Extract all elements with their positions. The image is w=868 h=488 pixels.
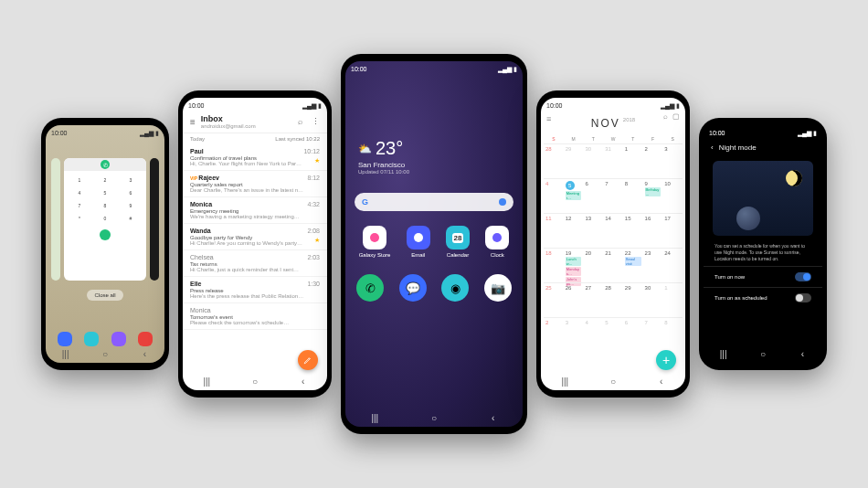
calendar-cell[interactable]: 10 <box>662 178 683 213</box>
more-icon[interactable]: ⋮ <box>312 117 320 126</box>
calendar-cell[interactable]: 19Lunch w…Monday a…John's pa… <box>564 248 584 282</box>
dock-camera[interactable]: 📷 <box>484 274 512 302</box>
search-icon[interactable]: ⌕ <box>298 117 302 126</box>
calendar-cell[interactable]: 27 <box>583 282 603 317</box>
nav-home[interactable]: ○ <box>249 377 261 387</box>
today-icon[interactable]: ▢ <box>672 112 680 121</box>
calendar-cell[interactable]: 21 <box>603 248 623 282</box>
calendar-cell[interactable]: 20 <box>583 248 603 282</box>
recent-card-right[interactable] <box>150 158 159 281</box>
app-calendar[interactable]: 28Calendar <box>446 226 470 258</box>
calendar-cell[interactable]: 11 <box>544 213 564 248</box>
event-chip[interactable]: Seoul visit <box>625 257 641 266</box>
calendar-cell[interactable]: 9Birthday … <box>643 178 663 213</box>
mail-item[interactable]: Chelsea2:03Tax returnsHi Charlie, just a… <box>183 250 327 277</box>
nav-back[interactable]: ‹ <box>297 377 310 387</box>
key-6[interactable]: 6 <box>119 187 143 198</box>
key-0[interactable]: 0 <box>93 213 117 224</box>
calendar-cell[interactable]: 4 <box>544 178 564 213</box>
dock-app[interactable] <box>111 332 126 346</box>
calendar-cell[interactable]: 2 <box>544 317 564 352</box>
mail-item[interactable]: Wanda2:08Goodbye party for WendyHi Charl… <box>183 224 327 250</box>
calendar-cell[interactable]: 4 <box>583 317 603 352</box>
nav-home[interactable]: ○ <box>99 349 111 359</box>
nav-recents[interactable]: ||| <box>717 349 730 359</box>
calendar-cell[interactable]: 7 <box>603 178 623 213</box>
dial-button[interactable] <box>100 229 111 240</box>
calendar-cell[interactable]: 7 <box>643 317 663 352</box>
dock-app[interactable] <box>138 332 153 346</box>
dock-browser[interactable]: ◉ <box>441 274 469 302</box>
nav-bar[interactable]: |||○‹ <box>183 375 327 387</box>
event-chip[interactable]: Lunch w… <box>566 257 582 266</box>
nav-recents[interactable]: ||| <box>368 413 381 423</box>
key-8[interactable]: 8 <box>93 200 117 211</box>
nav-bar[interactable]: |||○‹ <box>46 347 164 360</box>
key-7[interactable]: 7 <box>68 200 91 211</box>
calendar-grid[interactable]: 2829303112345Meeting r…6789Birthday …101… <box>541 143 685 352</box>
calendar-cell[interactable]: 16 <box>643 213 663 248</box>
calendar-cell[interactable]: 23 <box>643 248 663 282</box>
key-#[interactable]: # <box>119 213 143 224</box>
calendar-cell[interactable]: 29 <box>564 143 584 178</box>
back-icon[interactable]: ‹ <box>711 143 714 152</box>
calendar-cell[interactable]: 14 <box>603 213 623 248</box>
calendar-cell[interactable]: 29 <box>623 282 643 317</box>
calendar-cell[interactable]: 5Meeting r… <box>564 178 584 213</box>
mail-item[interactable]: Elle1:30Press releaseHere's the press re… <box>183 277 327 303</box>
compose-button[interactable] <box>298 350 318 370</box>
key-3[interactable]: 3 <box>119 175 143 186</box>
calendar-cell[interactable]: 1 <box>662 282 683 317</box>
calendar-cell[interactable]: 13 <box>583 213 603 248</box>
screen[interactable]: 10:00 ▂▄▆ ▮ ⛅ 23° San Francisco Updated … <box>345 61 523 427</box>
recent-card-left[interactable] <box>51 158 60 281</box>
close-all-button[interactable]: Close all <box>87 290 122 301</box>
recent-apps[interactable]: ✆ 123456789*0# <box>46 138 164 284</box>
calendar-cell[interactable]: 18 <box>544 248 564 282</box>
app-clock[interactable]: Clock <box>485 226 509 258</box>
nav-bar[interactable]: |||○‹ <box>541 375 685 387</box>
key-*[interactable]: * <box>68 213 91 224</box>
calendar-cell[interactable]: 12 <box>564 213 584 248</box>
nav-home[interactable]: ○ <box>428 413 440 423</box>
nav-back[interactable]: ‹ <box>796 349 809 359</box>
dock-messages[interactable]: 💬 <box>399 274 427 302</box>
calendar-cell[interactable]: 8 <box>662 317 683 352</box>
calendar-cell[interactable]: 1 <box>623 143 643 178</box>
dock-app[interactable] <box>84 332 99 346</box>
calendar-cell[interactable]: 17 <box>662 213 683 248</box>
calendar-cell[interactable]: 5 <box>603 317 623 352</box>
star-icon[interactable]: ★ <box>314 237 320 244</box>
nav-recents[interactable]: ||| <box>558 377 571 387</box>
key-5[interactable]: 5 <box>93 187 117 198</box>
event-chip[interactable]: Birthday … <box>645 187 662 196</box>
key-1[interactable]: 1 <box>68 175 91 186</box>
nav-bar[interactable]: |||○‹ <box>704 347 822 360</box>
app-galaxy-store[interactable]: Galaxy Store <box>359 226 391 258</box>
key-4[interactable]: 4 <box>68 187 91 198</box>
nav-recents[interactable]: ||| <box>200 377 213 387</box>
calendar-cell[interactable]: 30 <box>643 282 663 317</box>
mail-item[interactable]: Paul10:12Confirmation of travel plansHi,… <box>183 144 327 171</box>
calendar-cell[interactable]: 3 <box>662 143 683 178</box>
voice-search-icon[interactable] <box>499 198 506 206</box>
nav-recents[interactable]: ||| <box>59 349 72 359</box>
mail-item[interactable]: Rajeev8:12Quarterly sales reportDear Cha… <box>183 171 327 197</box>
mail-item[interactable]: MonicaTomorrow's eventPlease check the t… <box>183 303 327 330</box>
key-2[interactable]: 2 <box>93 175 117 186</box>
calendar-cell[interactable]: 24 <box>662 248 683 282</box>
toggle-scheduled[interactable] <box>795 293 811 302</box>
calendar-cell[interactable]: 25 <box>544 282 564 317</box>
calendar-cell[interactable]: 6 <box>583 178 603 213</box>
nav-back[interactable]: ‹ <box>487 413 500 423</box>
nav-back[interactable]: ‹ <box>138 349 151 359</box>
star-icon[interactable]: ★ <box>314 157 320 164</box>
calendar-cell[interactable]: 28 <box>544 143 564 178</box>
dock-phone[interactable]: ✆ <box>356 274 384 302</box>
recent-card-dialer[interactable]: ✆ 123456789*0# <box>64 158 146 281</box>
app-email[interactable]: Email <box>407 226 430 258</box>
nav-home[interactable]: ○ <box>757 349 769 359</box>
calendar-cell[interactable]: 3 <box>564 317 584 352</box>
toggle-on-now[interactable] <box>795 272 811 281</box>
nav-back[interactable]: ‹ <box>655 377 668 387</box>
